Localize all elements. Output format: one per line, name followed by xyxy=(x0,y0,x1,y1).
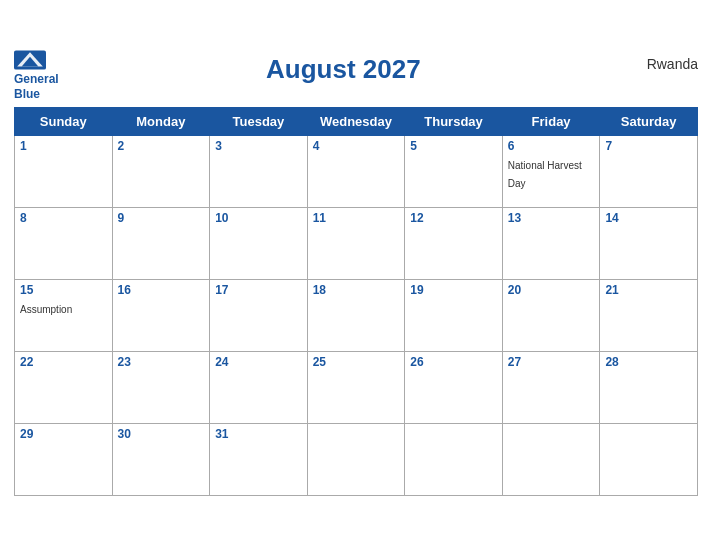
weekday-header-wednesday: Wednesday xyxy=(307,107,405,135)
day-number: 2 xyxy=(118,139,205,153)
calendar-cell: 13 xyxy=(502,207,600,279)
day-number: 28 xyxy=(605,355,692,369)
week-row-3: 15Assumption161718192021 xyxy=(15,279,698,351)
day-number: 24 xyxy=(215,355,302,369)
day-number: 9 xyxy=(118,211,205,225)
calendar-cell: 22 xyxy=(15,351,113,423)
calendar-cell xyxy=(307,423,405,495)
calendar-cell: 20 xyxy=(502,279,600,351)
calendar-cell: 17 xyxy=(210,279,308,351)
event-label: Assumption xyxy=(20,304,72,315)
day-number: 19 xyxy=(410,283,497,297)
calendar-cell: 2 xyxy=(112,135,210,207)
logo-line2: Blue xyxy=(14,87,40,101)
weekday-header-sunday: Sunday xyxy=(15,107,113,135)
calendar-cell: 30 xyxy=(112,423,210,495)
calendar-cell: 21 xyxy=(600,279,698,351)
day-number: 6 xyxy=(508,139,595,153)
day-number: 30 xyxy=(118,427,205,441)
calendar-cell: 23 xyxy=(112,351,210,423)
calendar-cell: 4 xyxy=(307,135,405,207)
calendar-cell: 16 xyxy=(112,279,210,351)
weekday-header-monday: Monday xyxy=(112,107,210,135)
day-number: 10 xyxy=(215,211,302,225)
day-number: 31 xyxy=(215,427,302,441)
calendar-header: General Blue August 2027 Rwanda xyxy=(14,50,698,101)
weekday-header-friday: Friday xyxy=(502,107,600,135)
calendar-cell: 12 xyxy=(405,207,503,279)
calendar-cell xyxy=(502,423,600,495)
day-number: 27 xyxy=(508,355,595,369)
calendar-cell: 25 xyxy=(307,351,405,423)
week-row-5: 293031 xyxy=(15,423,698,495)
weekday-header-thursday: Thursday xyxy=(405,107,503,135)
calendar-cell: 1 xyxy=(15,135,113,207)
day-number: 12 xyxy=(410,211,497,225)
logo-line1: General xyxy=(14,72,59,86)
logo-icon xyxy=(14,50,46,70)
calendar-cell: 8 xyxy=(15,207,113,279)
calendar-container: General Blue August 2027 Rwanda SundayMo… xyxy=(0,40,712,510)
weekday-header-tuesday: Tuesday xyxy=(210,107,308,135)
country-label: Rwanda xyxy=(628,50,698,72)
calendar-cell: 9 xyxy=(112,207,210,279)
day-number: 7 xyxy=(605,139,692,153)
calendar-cell: 31 xyxy=(210,423,308,495)
calendar-cell: 3 xyxy=(210,135,308,207)
day-number: 22 xyxy=(20,355,107,369)
day-number: 23 xyxy=(118,355,205,369)
day-number: 26 xyxy=(410,355,497,369)
day-number: 13 xyxy=(508,211,595,225)
calendar-cell: 14 xyxy=(600,207,698,279)
day-number: 3 xyxy=(215,139,302,153)
day-number: 25 xyxy=(313,355,400,369)
week-row-4: 22232425262728 xyxy=(15,351,698,423)
calendar-cell: 10 xyxy=(210,207,308,279)
calendar-cell: 24 xyxy=(210,351,308,423)
calendar-cell: 11 xyxy=(307,207,405,279)
day-number: 11 xyxy=(313,211,400,225)
day-number: 4 xyxy=(313,139,400,153)
day-number: 20 xyxy=(508,283,595,297)
week-row-1: 123456National Harvest Day7 xyxy=(15,135,698,207)
week-row-2: 891011121314 xyxy=(15,207,698,279)
calendar-table: SundayMondayTuesdayWednesdayThursdayFrid… xyxy=(14,107,698,496)
calendar-cell: 27 xyxy=(502,351,600,423)
calendar-cell xyxy=(405,423,503,495)
calendar-cell: 15Assumption xyxy=(15,279,113,351)
day-number: 8 xyxy=(20,211,107,225)
event-label: National Harvest Day xyxy=(508,160,582,189)
calendar-cell: 7 xyxy=(600,135,698,207)
calendar-cell: 6National Harvest Day xyxy=(502,135,600,207)
day-number: 18 xyxy=(313,283,400,297)
weekday-header-row: SundayMondayTuesdayWednesdayThursdayFrid… xyxy=(15,107,698,135)
weekday-header-saturday: Saturday xyxy=(600,107,698,135)
day-number: 5 xyxy=(410,139,497,153)
day-number: 15 xyxy=(20,283,107,297)
logo-text: General Blue xyxy=(14,72,59,101)
logo-area: General Blue xyxy=(14,50,59,101)
calendar-cell: 18 xyxy=(307,279,405,351)
calendar-cell xyxy=(600,423,698,495)
day-number: 16 xyxy=(118,283,205,297)
calendar-cell: 29 xyxy=(15,423,113,495)
day-number: 29 xyxy=(20,427,107,441)
calendar-cell: 26 xyxy=(405,351,503,423)
calendar-cell: 28 xyxy=(600,351,698,423)
day-number: 21 xyxy=(605,283,692,297)
calendar-cell: 19 xyxy=(405,279,503,351)
calendar-cell: 5 xyxy=(405,135,503,207)
day-number: 17 xyxy=(215,283,302,297)
day-number: 1 xyxy=(20,139,107,153)
month-title: August 2027 xyxy=(59,50,628,85)
day-number: 14 xyxy=(605,211,692,225)
